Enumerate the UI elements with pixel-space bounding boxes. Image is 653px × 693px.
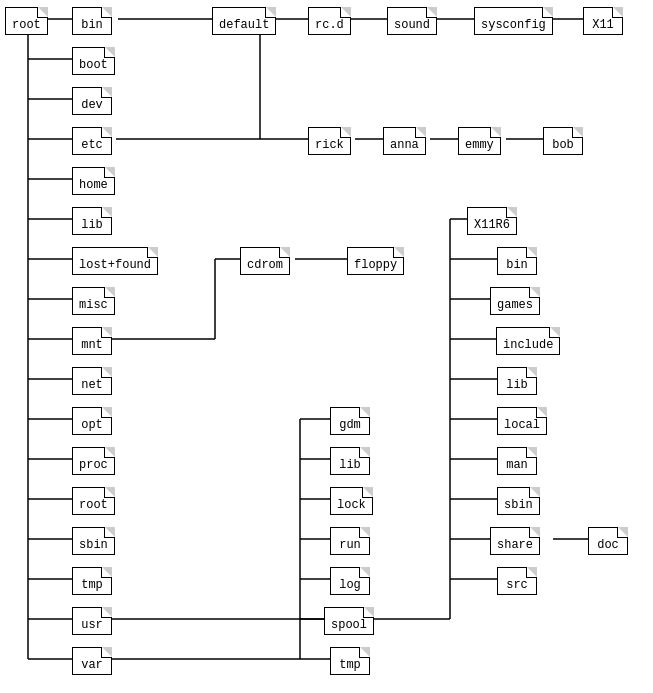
node-var-tmp: tmp (330, 647, 370, 675)
node-var-spool: spool (324, 607, 374, 635)
node-sound: sound (387, 7, 437, 35)
node-tmp: tmp (72, 567, 112, 595)
label-root: root (12, 18, 41, 32)
icon-var-lock: lock (330, 487, 373, 515)
node-misc: misc (72, 287, 115, 315)
icon-include: include (496, 327, 560, 355)
label-boot: boot (79, 58, 108, 72)
node-opt: opt (72, 407, 112, 435)
icon-usr: usr (72, 607, 112, 635)
label-var-tmp: tmp (339, 658, 361, 672)
icon-tmp: tmp (72, 567, 112, 595)
label-lost-found: lost+found (79, 258, 151, 272)
node-home: home (72, 167, 115, 195)
icon-boot: boot (72, 47, 115, 75)
node-sysconfig: sysconfig (474, 7, 553, 35)
node-cdrom: cdrom (240, 247, 290, 275)
node-root: root (5, 7, 48, 35)
icon-lib: lib (72, 207, 112, 235)
node-boot: boot (72, 47, 115, 75)
node-mnt: mnt (72, 327, 112, 355)
node-etc: etc (72, 127, 112, 155)
node-root-dir: root (72, 487, 115, 515)
label-lib: lib (81, 218, 103, 232)
icon-dev: dev (72, 87, 112, 115)
icon-emmy: emmy (458, 127, 501, 155)
node-include: include (496, 327, 560, 355)
label-bob: bob (552, 138, 574, 152)
label-X11: X11 (592, 18, 614, 32)
label-misc: misc (79, 298, 108, 312)
label-proc: proc (79, 458, 108, 472)
icon-usr-sbin: sbin (497, 487, 540, 515)
label-gdm: gdm (339, 418, 361, 432)
label-doc: doc (597, 538, 619, 552)
icon-var-log: log (330, 567, 370, 595)
node-usr-bin: bin (497, 247, 537, 275)
label-floppy: floppy (354, 258, 397, 272)
icon-opt: opt (72, 407, 112, 435)
node-var: var (72, 647, 112, 675)
label-anna: anna (390, 138, 419, 152)
node-usr-src: src (497, 567, 537, 595)
icon-doc: doc (588, 527, 628, 555)
label-dev: dev (81, 98, 103, 112)
label-rc-d: rc.d (315, 18, 344, 32)
label-home: home (79, 178, 108, 192)
label-usr-lib: lib (506, 378, 528, 392)
icon-var-spool: spool (324, 607, 374, 635)
label-root-dir: root (79, 498, 108, 512)
label-etc: etc (81, 138, 103, 152)
icon-floppy: floppy (347, 247, 404, 275)
icon-X11R6: X11R6 (467, 207, 517, 235)
label-var: var (81, 658, 103, 672)
icon-rc-d: rc.d (308, 7, 351, 35)
node-var-log: log (330, 567, 370, 595)
label-var-lib: lib (339, 458, 361, 472)
icon-net: net (72, 367, 112, 395)
icon-usr-src: src (497, 567, 537, 595)
label-sbin: sbin (79, 538, 108, 552)
node-usr-local: local (497, 407, 547, 435)
node-rick: rick (308, 127, 351, 155)
label-X11R6: X11R6 (474, 218, 510, 232)
icon-lost-found: lost+found (72, 247, 158, 275)
node-floppy: floppy (347, 247, 404, 275)
icon-bin-top: bin (72, 7, 112, 35)
node-rc-d: rc.d (308, 7, 351, 35)
icon-default: default (212, 7, 276, 35)
icon-anna: anna (383, 127, 426, 155)
node-usr-share: share (490, 527, 540, 555)
icon-cdrom: cdrom (240, 247, 290, 275)
label-usr-share: share (497, 538, 533, 552)
node-net: net (72, 367, 112, 395)
label-usr: usr (81, 618, 103, 632)
node-games: games (490, 287, 540, 315)
label-sysconfig: sysconfig (481, 18, 546, 32)
icon-bob: bob (543, 127, 583, 155)
node-usr-sbin: sbin (497, 487, 540, 515)
icon-usr-lib: lib (497, 367, 537, 395)
node-anna: anna (383, 127, 426, 155)
icon-sbin: sbin (72, 527, 115, 555)
label-usr-src: src (506, 578, 528, 592)
icon-usr-man: man (497, 447, 537, 475)
icon-sysconfig: sysconfig (474, 7, 553, 35)
icon-root: root (5, 7, 48, 35)
icon-gdm: gdm (330, 407, 370, 435)
node-var-lock: lock (330, 487, 373, 515)
label-cdrom: cdrom (247, 258, 283, 272)
node-emmy: emmy (458, 127, 501, 155)
label-emmy: emmy (465, 138, 494, 152)
node-gdm: gdm (330, 407, 370, 435)
node-var-run: run (330, 527, 370, 555)
node-var-lib: lib (330, 447, 370, 475)
node-doc: doc (588, 527, 628, 555)
node-dev: dev (72, 87, 112, 115)
icon-var-lib: lib (330, 447, 370, 475)
icon-misc: misc (72, 287, 115, 315)
label-var-spool: spool (331, 618, 367, 632)
label-var-log: log (339, 578, 361, 592)
label-usr-man: man (506, 458, 528, 472)
icon-var-tmp: tmp (330, 647, 370, 675)
